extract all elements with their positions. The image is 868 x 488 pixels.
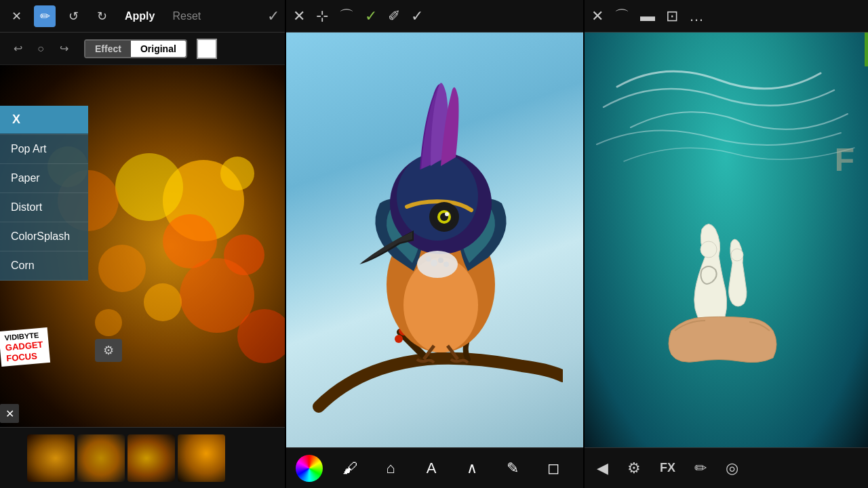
fx-button[interactable]: FX (660, 461, 675, 475)
toggle-row: ↩ ○ ↪ Effect Original (0, 33, 285, 65)
eraser-tool-icon[interactable]: ◻ (540, 455, 567, 482)
svg-point-13 (395, 335, 403, 343)
undo-icon[interactable]: ↺ (62, 5, 84, 27)
fx-label: FX (660, 461, 675, 475)
divider-center-right (583, 0, 585, 488)
watermark-gadget-focus: GADGETFOCUS (5, 339, 43, 363)
svg-point-28 (443, 262, 449, 267)
right-more-icon[interactable]: … (689, 7, 704, 25)
svg-point-27 (438, 258, 443, 263)
effect-button[interactable]: Effect (85, 41, 131, 57)
left-panel: ✕ ✏ ↺ ↻ Apply Reset ✓ ↩ ○ ↪ Effect Origi… (0, 0, 285, 488)
watermark-f-letter: F (835, 141, 854, 178)
svg-point-8 (144, 283, 182, 321)
svg-point-31 (701, 241, 717, 258)
thumbnail-3[interactable] (127, 434, 175, 482)
x-close-button[interactable]: X (0, 106, 88, 134)
svg-point-23 (445, 212, 449, 216)
right-settings-icon[interactable]: ⚙ (627, 460, 641, 477)
svg-point-26 (431, 260, 437, 266)
bird-canvas[interactable] (285, 33, 583, 447)
divider-left-center (285, 0, 286, 488)
center-panel: ✕ ⊹ ⌒ ✓ ✐ ✓ (285, 0, 583, 488)
camera-icon[interactable]: ◎ (726, 460, 738, 477)
green-indicator-bar (865, 33, 868, 66)
menu-item-colorsplash[interactable]: ColorSplash (0, 222, 88, 251)
right-panel: ✕ ⌒ ▬ ⊡ … (583, 0, 868, 488)
center-bottom-toolbar: 🖌 ⌂ A ∧ ✎ ◻ (285, 447, 583, 488)
pen-tool-icon[interactable]: ✏ (694, 460, 707, 477)
fx-menu: X Artistic Pop Art Paper Distort ColorSp… (0, 106, 88, 281)
svg-point-24 (417, 251, 458, 278)
bird-illustration (305, 33, 563, 447)
thumbnail-1[interactable] (27, 434, 75, 482)
menu-item-paper[interactable]: Paper (0, 164, 88, 193)
left-toolbar: ✕ ✏ ↺ ↻ Apply Reset ✓ (0, 0, 285, 33)
layers-icon[interactable]: ▬ (640, 7, 655, 25)
circle-icon[interactable]: ○ (31, 39, 50, 58)
color-swatch[interactable] (197, 39, 217, 59)
menu-item-distort[interactable]: Distort (0, 193, 88, 222)
svg-point-32 (731, 249, 743, 261)
left-background: X Artistic Pop Art Paper Distort ColorSp… (0, 65, 285, 427)
right-toolbar: ✕ ⌒ ▬ ⊡ … (583, 0, 868, 33)
watermark-text: VIDIBYTE GADGETFOCUS (0, 327, 50, 367)
svg-point-25 (426, 256, 431, 262)
gear-icon: ⚙ (103, 343, 114, 358)
original-button[interactable]: Original (131, 41, 186, 57)
thumbnail-strip: ✕ (0, 427, 285, 488)
brush-tool-icon[interactable]: 🖌 (336, 455, 363, 482)
reset-button[interactable]: Reset (167, 7, 206, 25)
edit-tool-icon[interactable]: ✎ (499, 455, 526, 482)
brush-icon[interactable]: ✏ (34, 5, 56, 27)
svg-point-4 (98, 245, 146, 292)
bird-body (359, 83, 507, 363)
wave-tool-icon[interactable]: ∧ (458, 455, 486, 482)
right-back-icon[interactable]: ◀ (597, 460, 608, 477)
apply-button[interactable]: Apply (119, 7, 160, 25)
fill-bucket-icon[interactable]: ⌂ (377, 455, 404, 482)
color-palette-icon[interactable] (296, 455, 323, 482)
menu-item-corn[interactable]: Corn (0, 251, 88, 281)
right-close-icon[interactable]: ✕ (591, 7, 604, 25)
settings-row[interactable]: ⚙ (95, 339, 122, 362)
center-toolbar: ✕ ⊹ ⌒ ✓ ✐ ✓ (285, 0, 583, 33)
thumbnail-2[interactable] (77, 434, 125, 482)
swirl-overlay (583, 33, 868, 426)
close-icon[interactable]: ✕ (5, 5, 27, 27)
checkmark-icon[interactable]: ✓ (267, 7, 279, 25)
checkmark-fill-icon[interactable]: ✓ (365, 7, 377, 25)
teal-background: F (583, 33, 868, 447)
right-canvas: F (583, 33, 868, 447)
center-check-icon[interactable]: ✓ (411, 7, 423, 25)
thumbnail-4[interactable] (178, 434, 225, 482)
svg-point-2 (115, 153, 183, 221)
right-curve-icon[interactable]: ⌒ (614, 6, 629, 26)
transform-icon[interactable]: ⊹ (316, 7, 328, 25)
curve-icon[interactable]: ⌒ (339, 6, 354, 26)
svg-point-5 (220, 157, 254, 190)
svg-point-9 (95, 309, 122, 336)
menu-item-pop-art[interactable]: Pop Art (0, 135, 88, 164)
text-tool-icon[interactable]: A (418, 455, 445, 482)
crop-icon[interactable]: ⊡ (666, 7, 678, 25)
eyedropper-icon[interactable]: ✐ (388, 7, 400, 25)
effect-original-toggle: Effect Original (84, 39, 187, 58)
center-close-icon[interactable]: ✕ (293, 7, 305, 25)
rotate-left-icon[interactable]: ↩ (8, 39, 27, 58)
right-bottom-toolbar: ◀ ⚙ FX ✏ ◎ (583, 447, 868, 488)
rotate-right-icon[interactable]: ↪ (54, 39, 73, 58)
redo-icon[interactable]: ↻ (91, 5, 113, 27)
watermark: VIDIBYTE GADGETFOCUS (0, 329, 49, 365)
